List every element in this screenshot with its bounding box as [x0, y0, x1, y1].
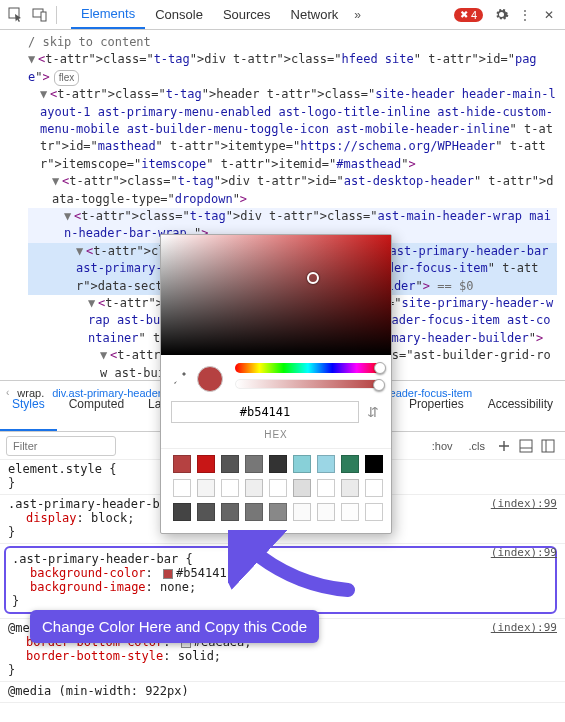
- svg-rect-5: [542, 440, 554, 452]
- palette-swatch[interactable]: [341, 455, 359, 473]
- source-file-link[interactable]: (index):99: [491, 621, 557, 634]
- palette-swatch[interactable]: [245, 455, 263, 473]
- flex-badge[interactable]: flex: [54, 70, 80, 87]
- color-palette: [161, 448, 391, 533]
- error-icon: ✖: [460, 9, 468, 20]
- tab-elements[interactable]: Elements: [71, 0, 145, 29]
- gradient-cursor[interactable]: [307, 272, 319, 284]
- annotation-label: Change Color Here and Copy this Code: [30, 610, 319, 643]
- styles-filter-input[interactable]: [6, 436, 116, 456]
- current-color-swatch: [197, 366, 223, 392]
- palette-swatch[interactable]: [197, 455, 215, 473]
- tab-console[interactable]: Console: [145, 1, 213, 28]
- tab-sources[interactable]: Sources: [213, 1, 281, 28]
- device-toggle-icon[interactable]: [28, 3, 52, 27]
- layout-panel-icon[interactable]: [539, 437, 557, 455]
- palette-swatch[interactable]: [197, 503, 215, 521]
- color-gradient-area[interactable]: [161, 235, 391, 355]
- annotation-arrow: [228, 530, 358, 600]
- palette-swatch[interactable]: [293, 503, 311, 521]
- error-count-badge[interactable]: ✖4: [454, 8, 483, 22]
- palette-swatch[interactable]: [365, 503, 383, 521]
- palette-swatch[interactable]: [317, 503, 335, 521]
- palette-swatch[interactable]: [341, 479, 359, 497]
- palette-swatch[interactable]: [365, 455, 383, 473]
- devtools-tabs: Elements Console Sources Network »: [71, 0, 454, 29]
- alpha-slider[interactable]: [235, 379, 381, 389]
- css-property-row[interactable]: border-bottom-style: solid;: [8, 649, 557, 663]
- settings-gear-icon[interactable]: [489, 3, 513, 27]
- palette-swatch[interactable]: [221, 479, 239, 497]
- palette-swatch[interactable]: [293, 455, 311, 473]
- more-tabs-icon[interactable]: »: [354, 8, 361, 22]
- palette-swatch[interactable]: [173, 479, 191, 497]
- palette-swatch[interactable]: [245, 479, 263, 497]
- hue-thumb[interactable]: [374, 362, 386, 374]
- svg-rect-2: [41, 12, 46, 21]
- source-file-link[interactable]: (index):99: [491, 546, 557, 559]
- palette-swatch[interactable]: [317, 479, 335, 497]
- palette-swatch[interactable]: [365, 479, 383, 497]
- computed-panel-icon[interactable]: [517, 437, 535, 455]
- dom-node[interactable]: ▼<t-attr">class="t-tag">header t-attr">c…: [28, 86, 557, 173]
- palette-swatch[interactable]: [221, 455, 239, 473]
- palette-swatch[interactable]: [245, 503, 263, 521]
- palette-swatch[interactable]: [317, 455, 335, 473]
- hue-slider[interactable]: [235, 363, 381, 373]
- cls-toggle[interactable]: .cls: [465, 438, 490, 454]
- palette-swatch[interactable]: [197, 479, 215, 497]
- palette-swatch[interactable]: [221, 503, 239, 521]
- close-devtools-icon[interactable]: ✕: [537, 3, 561, 27]
- palette-swatch[interactable]: [341, 503, 359, 521]
- eyedropper-icon[interactable]: [171, 371, 187, 387]
- subtab-styles[interactable]: Styles: [0, 391, 57, 431]
- hov-toggle[interactable]: :hov: [428, 438, 457, 454]
- source-file-link[interactable]: (index):99: [491, 497, 557, 510]
- kebab-menu-icon[interactable]: ⋮: [519, 8, 531, 22]
- new-rule-icon[interactable]: [495, 437, 513, 455]
- palette-swatch[interactable]: [269, 479, 287, 497]
- palette-swatch[interactable]: [269, 455, 287, 473]
- palette-swatch[interactable]: [293, 479, 311, 497]
- css-selector[interactable]: @media (min-width: 922px): [8, 684, 557, 698]
- format-toggle-icon[interactable]: ⇵: [365, 404, 381, 420]
- svg-rect-3: [520, 440, 532, 452]
- subtab-computed[interactable]: Computed: [57, 391, 136, 431]
- dom-node[interactable]: / skip to content: [28, 34, 557, 51]
- dom-node[interactable]: ▼<t-attr">class="t-tag">div t-attr">clas…: [28, 51, 557, 86]
- error-count: 4: [471, 9, 477, 21]
- color-swatch-icon[interactable]: [163, 569, 173, 579]
- palette-swatch[interactable]: [269, 503, 287, 521]
- tab-network[interactable]: Network: [281, 1, 349, 28]
- color-picker-popup: ⇵ HEX: [160, 234, 392, 534]
- hex-label: HEX: [161, 429, 391, 440]
- subtab-accessibility[interactable]: Accessibility: [476, 391, 565, 431]
- subtab-properties[interactable]: Properties: [397, 391, 476, 431]
- alpha-thumb[interactable]: [373, 379, 385, 391]
- inspect-element-icon[interactable]: [4, 3, 28, 27]
- hex-value-input[interactable]: [171, 401, 359, 423]
- palette-swatch[interactable]: [173, 455, 191, 473]
- palette-swatch[interactable]: [173, 503, 191, 521]
- dom-node[interactable]: ▼<t-attr">class="t-tag">div t-attr">id="…: [28, 173, 557, 208]
- css-rule-block[interactable]: @media (min-width: 922px): [0, 682, 565, 703]
